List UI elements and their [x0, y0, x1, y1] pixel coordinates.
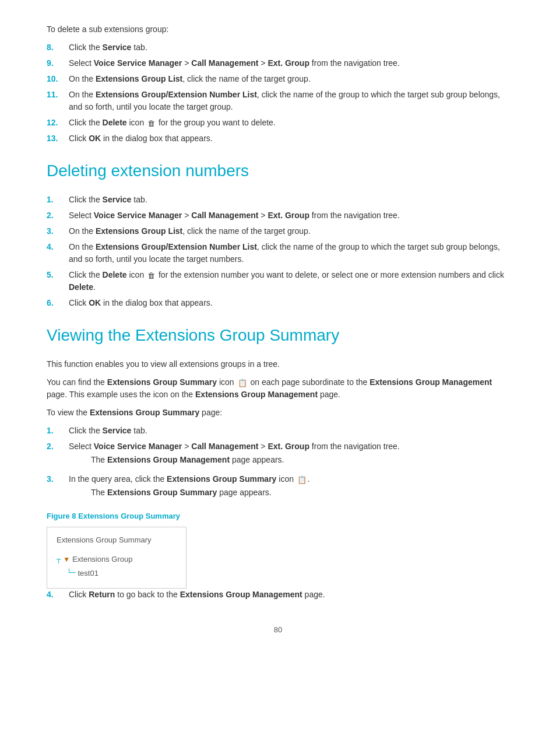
step-number: 5.	[47, 269, 69, 293]
step-content: Click Return to go back to the Extension…	[69, 589, 509, 601]
step-number: 12.	[47, 117, 69, 129]
step-content: Click the Service tab.	[69, 194, 509, 206]
list-item: 1.Click the Service tab.	[47, 425, 509, 437]
list-item: 8.Click the Service tab.	[47, 41, 509, 54]
tree-child-label: test01	[78, 568, 98, 579]
step-content: On the Extensions Group List, click the …	[69, 225, 509, 237]
step-number: 10.	[47, 73, 69, 85]
step-number: 3.	[47, 473, 69, 502]
tree-child-connector: └─	[67, 568, 75, 578]
step-number: 13.	[47, 132, 69, 145]
step-content: Click the Service tab.	[69, 425, 147, 437]
summary-icon: 📋	[297, 474, 307, 486]
list-item: 3.On the Extensions Group List, click th…	[47, 225, 509, 237]
step-number: 3.	[47, 225, 69, 237]
trash-icon: 🗑	[147, 270, 155, 282]
step-content: Click OK in the dialog box that appears.	[69, 132, 509, 145]
step-content: On the Extensions Group/Extension Number…	[69, 89, 509, 113]
list-item: 4.Click Return to go back to the Extensi…	[47, 589, 509, 601]
list-item: 3.In the query area, click the Extension…	[47, 473, 509, 502]
viewing-extensions-group-summary-section: Viewing the Extensions Group Summary Thi…	[47, 323, 509, 601]
tree-root-item: ┬ ▼ Extensions Group	[57, 554, 177, 565]
tree-child-item: └─ test01	[67, 568, 177, 579]
step-number: 8.	[47, 41, 69, 54]
intro-block: To delete a sub extensions group: 8.Clic…	[47, 23, 509, 145]
trash-icon: 🗑	[147, 118, 155, 130]
list-item: 2.Select Voice Service Manager > Call Ma…	[47, 209, 509, 222]
section2-intro1: This function enables you to view all ex…	[47, 358, 509, 370]
step-number: 9.	[47, 57, 69, 69]
section1-steps: 1.Click the Service tab.2.Select Voice S…	[47, 194, 509, 309]
figure-box: Extensions Group Summary ┬ ▼ Extensions …	[47, 527, 186, 589]
deleting-extension-numbers-section: Deleting extension numbers 1.Click the S…	[47, 159, 509, 309]
step-number: 1.	[47, 425, 69, 437]
figure-label: Figure 8 Extensions Group Summary	[47, 510, 509, 522]
section2-step4: 4.Click Return to go back to the Extensi…	[47, 589, 509, 601]
viewing-extensions-group-summary-heading: Viewing the Extensions Group Summary	[47, 323, 509, 348]
list-item: 10.On the Extensions Group List, click t…	[47, 73, 509, 85]
step-content: Select Voice Service Manager > Call Mana…	[69, 57, 509, 69]
step-content: Select Voice Service Manager > Call Mana…	[69, 440, 400, 470]
step-content: On the Extensions Group/Extension Number…	[69, 241, 509, 265]
step-content: Click the Service tab.	[69, 41, 509, 54]
step-content: Click the Delete icon 🗑 for the extensio…	[69, 269, 509, 293]
step-content: Click OK in the dialog box that appears.	[69, 297, 509, 309]
step-content: In the query area, click the Extensions …	[69, 473, 310, 502]
step-sub-note: The Extensions Group Summary page appear…	[91, 487, 310, 499]
figure-title: Extensions Group Summary	[57, 534, 177, 546]
summary-icon: 📋	[238, 377, 247, 389]
list-item: 6.Click OK in the dialog box that appear…	[47, 297, 509, 309]
step-number: 4.	[47, 241, 69, 265]
step-number: 2.	[47, 440, 69, 470]
step-number: 11.	[47, 89, 69, 113]
step-number: 4.	[47, 589, 69, 601]
delete-sub-group-steps: 8.Click the Service tab.9.Select Voice S…	[47, 41, 509, 145]
tree-connector-icon: ┬	[57, 554, 61, 565]
list-item: 12.Click the Delete icon 🗑 for the group…	[47, 117, 509, 129]
list-item: 11.On the Extensions Group/Extension Num…	[47, 89, 509, 113]
section2-intro3: To view the Extensions Group Summary pag…	[47, 407, 509, 419]
section2-intro2: You can find the Extensions Group Summar…	[47, 376, 509, 401]
deleting-extension-numbers-heading: Deleting extension numbers	[47, 159, 509, 183]
step-number: 6.	[47, 297, 69, 309]
step-number: 2.	[47, 209, 69, 222]
list-item: 2.Select Voice Service Manager > Call Ma…	[47, 440, 509, 470]
page-number: 80	[47, 624, 509, 636]
step-content: On the Extensions Group List, click the …	[69, 73, 509, 85]
tree-root-label: Extensions Group	[72, 554, 132, 565]
list-item: 1.Click the Service tab.	[47, 194, 509, 206]
tree-expand-icon: ▼	[63, 554, 70, 565]
step-sub-note: The Extensions Group Management page app…	[91, 454, 400, 466]
step-content: Select Voice Service Manager > Call Mana…	[69, 209, 509, 222]
list-item: 13.Click OK in the dialog box that appea…	[47, 132, 509, 145]
step-content: Click the Delete icon 🗑 for the group yo…	[69, 117, 509, 129]
list-item: 9.Select Voice Service Manager > Call Ma…	[47, 57, 509, 69]
list-item: 5.Click the Delete icon 🗑 for the extens…	[47, 269, 509, 293]
delete-sub-group-intro: To delete a sub extensions group:	[47, 23, 509, 36]
list-item: 4.On the Extensions Group/Extension Numb…	[47, 241, 509, 265]
step-number: 1.	[47, 194, 69, 206]
section2-steps: 1.Click the Service tab.2.Select Voice S…	[47, 425, 509, 502]
